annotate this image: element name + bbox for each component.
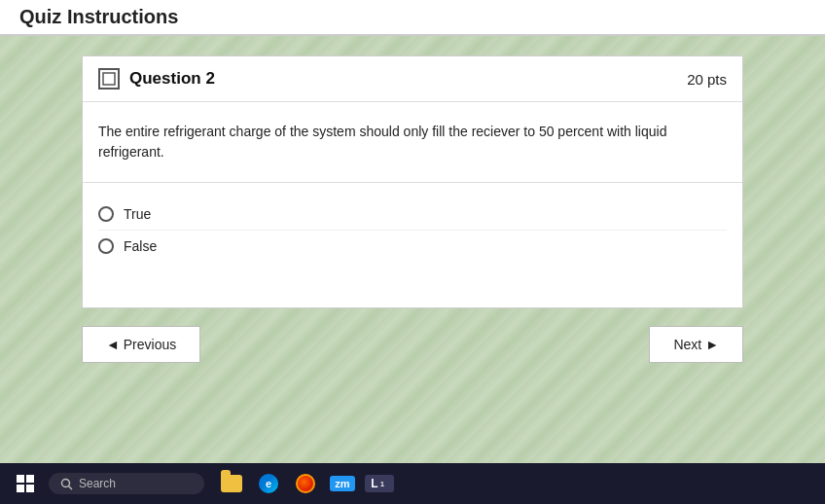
page-title: Quiz Instructions xyxy=(19,6,178,28)
edge-icon: e xyxy=(259,474,278,493)
radio-true[interactable] xyxy=(98,206,114,222)
firefox-button[interactable] xyxy=(290,468,321,499)
header: Quiz Instructions xyxy=(0,0,825,36)
answer-options: True False xyxy=(83,183,742,277)
windows-icon xyxy=(17,475,34,492)
svg-rect-0 xyxy=(103,73,115,85)
superscript-icon: 1 xyxy=(380,480,388,487)
l-app-icon: L 1 xyxy=(365,475,393,492)
question-points: 20 pts xyxy=(687,71,727,88)
question-text: The entire refrigerant charge of the sys… xyxy=(98,122,727,162)
svg-point-1 xyxy=(62,479,70,486)
answer-option-true[interactable]: True xyxy=(98,198,727,231)
next-button[interactable]: Next ► xyxy=(649,326,743,363)
question-title: Question 2 xyxy=(129,69,215,89)
windows-start-button[interactable] xyxy=(10,468,41,499)
taskbar-search-label: Search xyxy=(79,477,116,490)
question-icon xyxy=(98,68,120,90)
previous-button[interactable]: ◄ Previous xyxy=(82,326,200,363)
taskbar: Search e zm L 1 xyxy=(0,463,825,504)
folder-icon xyxy=(221,475,242,492)
file-explorer-button[interactable] xyxy=(216,468,247,499)
answer-label-false: False xyxy=(124,238,157,254)
question-header-left: Question 2 xyxy=(98,68,215,90)
svg-line-2 xyxy=(69,486,73,489)
taskbar-icons: e zm L 1 xyxy=(216,468,395,499)
l-app-button[interactable]: L 1 xyxy=(364,468,395,499)
search-icon xyxy=(60,478,73,490)
question-header: Question 2 20 pts xyxy=(83,56,742,102)
question-card: Question 2 20 pts The entire refrigerant… xyxy=(82,55,743,308)
taskbar-search-button[interactable]: Search xyxy=(49,473,204,494)
answer-option-false[interactable]: False xyxy=(98,231,727,262)
radio-false[interactable] xyxy=(98,238,114,254)
zoom-icon: zm xyxy=(330,476,354,491)
answer-label-true: True xyxy=(124,206,151,222)
firefox-icon xyxy=(296,474,315,493)
question-body: The entire refrigerant charge of the sys… xyxy=(83,102,742,183)
zoom-button[interactable]: zm xyxy=(327,468,358,499)
nav-buttons: ◄ Previous Next ► xyxy=(82,326,743,363)
svg-text:1: 1 xyxy=(380,481,384,487)
content-area: Question 2 20 pts The entire refrigerant… xyxy=(0,36,825,463)
edge-browser-button[interactable]: e xyxy=(253,468,284,499)
